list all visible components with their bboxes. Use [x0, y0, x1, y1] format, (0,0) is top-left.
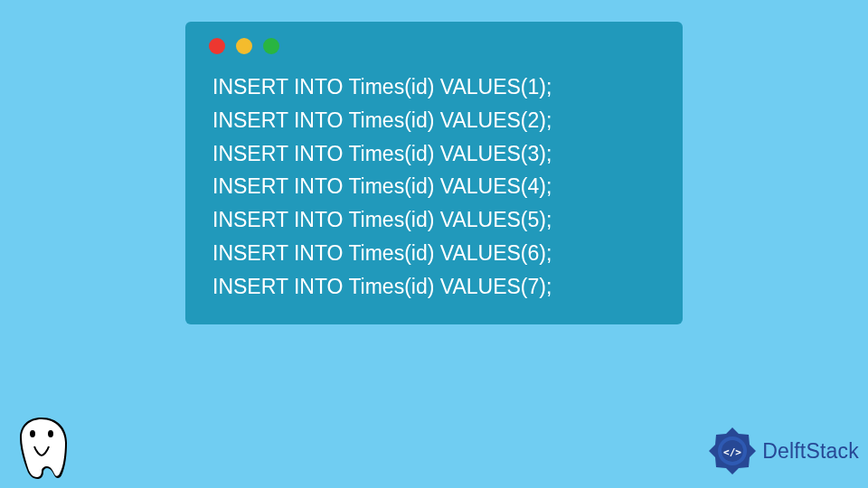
code-block: INSERT INTO Times(id) VALUES(1); INSERT … — [205, 70, 663, 304]
close-icon — [209, 38, 225, 54]
code-line: INSERT INTO Times(id) VALUES(5); — [212, 203, 663, 237]
code-line: INSERT INTO Times(id) VALUES(6); — [212, 237, 663, 270]
window-controls — [209, 38, 663, 54]
maximize-icon — [263, 38, 279, 54]
delftstack-badge-icon: </> — [706, 425, 759, 477]
postgresql-logo-icon — [7, 410, 76, 483]
minimize-icon — [236, 38, 252, 54]
svg-point-0 — [30, 430, 35, 437]
delftstack-label: DelftStack — [762, 439, 859, 464]
code-line: INSERT INTO Times(id) VALUES(2); — [212, 104, 663, 137]
code-line: INSERT INTO Times(id) VALUES(7); — [212, 270, 663, 304]
code-line: INSERT INTO Times(id) VALUES(1); — [212, 70, 663, 104]
code-line: INSERT INTO Times(id) VALUES(3); — [212, 137, 663, 171]
delftstack-logo: </> DelftStack — [706, 425, 859, 477]
svg-text:</>: </> — [723, 446, 741, 458]
svg-point-1 — [48, 430, 53, 437]
code-window: INSERT INTO Times(id) VALUES(1); INSERT … — [185, 22, 683, 324]
code-line: INSERT INTO Times(id) VALUES(4); — [212, 170, 663, 203]
